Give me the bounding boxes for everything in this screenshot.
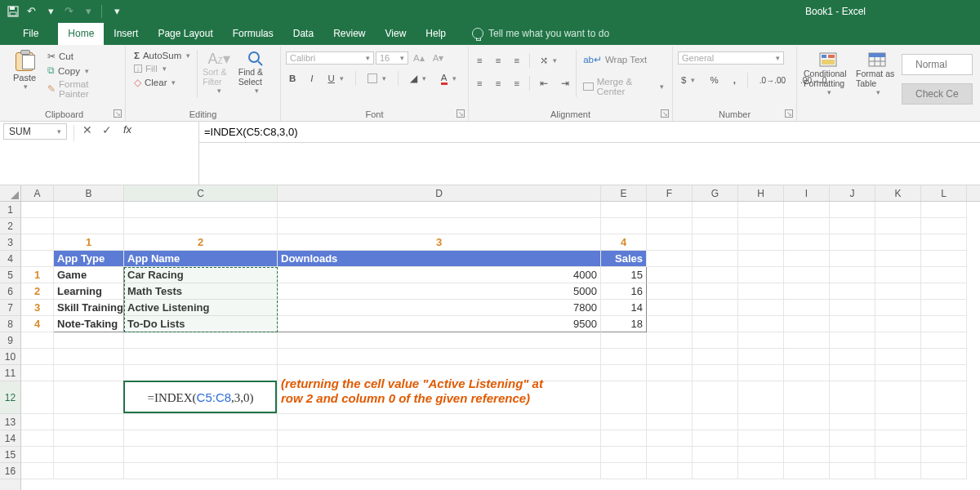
- merge-center-button[interactable]: Merge & Center▾: [580, 76, 667, 97]
- paste-button[interactable]: Paste▾: [8, 48, 41, 109]
- redo-icon[interactable]: ↷: [62, 5, 75, 18]
- cell[interactable]: Game: [54, 267, 124, 283]
- cell[interactable]: To-Do Lists: [124, 316, 278, 332]
- cell[interactable]: [921, 332, 967, 349]
- cell[interactable]: [601, 349, 647, 365]
- cell[interactable]: [830, 447, 875, 463]
- cell[interactable]: [647, 332, 693, 349]
- number-format-combo[interactable]: General▾: [678, 51, 784, 65]
- name-box[interactable]: SUM▾: [3, 123, 67, 140]
- column-header-I[interactable]: I: [784, 185, 830, 201]
- cell[interactable]: [278, 332, 601, 349]
- cell[interactable]: [738, 349, 784, 365]
- increase-font-button[interactable]: A▴: [410, 51, 428, 65]
- cell[interactable]: 14: [601, 300, 647, 316]
- comma-button[interactable]: ,: [730, 74, 739, 86]
- cell[interactable]: [738, 430, 784, 447]
- cell[interactable]: [738, 234, 784, 251]
- cell[interactable]: [693, 300, 738, 316]
- cell[interactable]: [647, 234, 693, 251]
- cell[interactable]: [875, 218, 921, 234]
- cell[interactable]: [875, 447, 921, 463]
- cell[interactable]: [693, 430, 738, 447]
- cell[interactable]: [54, 381, 124, 414]
- cell[interactable]: [54, 218, 124, 234]
- cell[interactable]: Math Tests: [124, 283, 278, 300]
- cell[interactable]: [830, 251, 875, 267]
- tab-formulas[interactable]: Formulas: [223, 23, 283, 45]
- cell[interactable]: [738, 218, 784, 234]
- cell[interactable]: [830, 381, 875, 414]
- cell[interactable]: [21, 218, 54, 234]
- cell[interactable]: 4: [21, 316, 54, 332]
- cell[interactable]: [921, 267, 967, 283]
- accounting-format-button[interactable]: $▾: [678, 74, 698, 86]
- cell[interactable]: [54, 430, 124, 447]
- cell[interactable]: [124, 218, 278, 234]
- cell[interactable]: [21, 332, 54, 349]
- cell[interactable]: [830, 365, 875, 381]
- cell[interactable]: (returning the cell value "Active Listen…: [278, 381, 601, 414]
- cell[interactable]: Note-Taking: [54, 316, 124, 332]
- italic-button[interactable]: I: [307, 73, 316, 84]
- cell[interactable]: [784, 234, 830, 251]
- cell[interactable]: [21, 202, 54, 218]
- column-header-A[interactable]: A: [21, 185, 54, 201]
- cell[interactable]: 4: [601, 234, 647, 251]
- cell[interactable]: [875, 381, 921, 414]
- cell[interactable]: [830, 283, 875, 300]
- redo-dropdown-icon[interactable]: ▾: [82, 5, 95, 18]
- copy-button[interactable]: ⧉Copy▾: [44, 65, 120, 77]
- cell[interactable]: [738, 267, 784, 283]
- cell[interactable]: [647, 251, 693, 267]
- cell[interactable]: [830, 349, 875, 365]
- cell[interactable]: [54, 365, 124, 381]
- align-left-button[interactable]: ≡: [474, 78, 486, 89]
- cell[interactable]: [784, 414, 830, 430]
- cell[interactable]: [875, 251, 921, 267]
- clear-button[interactable]: ◇Clear▾: [131, 76, 194, 89]
- decrease-indent-button[interactable]: ⇤: [537, 77, 551, 90]
- cell[interactable]: [647, 202, 693, 218]
- cell[interactable]: [601, 218, 647, 234]
- cell[interactable]: [784, 349, 830, 365]
- align-top-button[interactable]: ≡: [474, 55, 486, 66]
- cell[interactable]: [921, 447, 967, 463]
- cell[interactable]: [875, 349, 921, 365]
- column-header-C[interactable]: C: [124, 185, 278, 201]
- cell[interactable]: [738, 414, 784, 430]
- format-painter-button[interactable]: ✎Format Painter: [44, 78, 120, 100]
- cell[interactable]: [921, 316, 967, 332]
- cell[interactable]: [21, 414, 54, 430]
- row-header-9[interactable]: 9: [0, 332, 20, 349]
- cell[interactable]: 1: [54, 234, 124, 251]
- cell[interactable]: [693, 283, 738, 300]
- column-header-F[interactable]: F: [647, 185, 693, 201]
- cell[interactable]: Learning: [54, 283, 124, 300]
- cell[interactable]: [693, 202, 738, 218]
- borders-button[interactable]: ▾: [364, 73, 390, 84]
- cell[interactable]: [784, 300, 830, 316]
- cell[interactable]: [738, 365, 784, 381]
- cell[interactable]: [875, 202, 921, 218]
- cell[interactable]: [278, 414, 601, 430]
- cell[interactable]: [647, 447, 693, 463]
- undo-icon[interactable]: ↶: [24, 5, 38, 18]
- cell[interactable]: 3: [278, 234, 601, 251]
- increase-indent-button[interactable]: ⇥: [558, 77, 572, 90]
- cell[interactable]: [875, 463, 921, 479]
- cell[interactable]: [738, 283, 784, 300]
- align-center-button[interactable]: ≡: [492, 78, 505, 89]
- cell[interactable]: [601, 202, 647, 218]
- spreadsheet-grid[interactable]: ABCDEFGHIJKL 12345678910111213141516 123…: [0, 185, 980, 490]
- cell[interactable]: [784, 381, 830, 414]
- cell[interactable]: [921, 234, 967, 251]
- cell[interactable]: [647, 283, 693, 300]
- cell[interactable]: [738, 300, 784, 316]
- increase-decimal-button[interactable]: .0→.00: [756, 75, 789, 86]
- cell[interactable]: [693, 267, 738, 283]
- cell[interactable]: [830, 218, 875, 234]
- align-middle-button[interactable]: ≡: [492, 55, 505, 66]
- cell[interactable]: [875, 267, 921, 283]
- cell[interactable]: [124, 202, 278, 218]
